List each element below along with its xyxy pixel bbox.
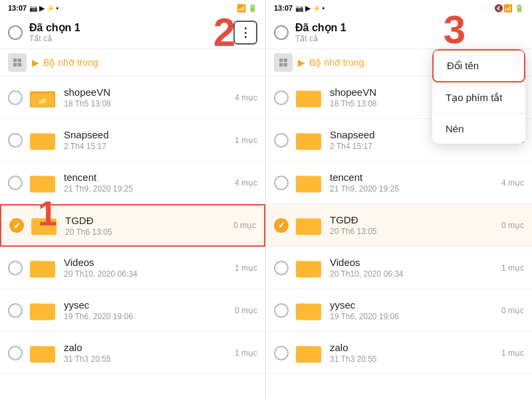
- breadcrumb-arrow-right: ▶: [298, 57, 305, 68]
- folder-name-snapseed-left: Snapseed: [64, 129, 229, 140]
- check-shopeevn-right[interactable]: [274, 90, 289, 105]
- folder-date-snapseed-left: 2 Th4 15:17: [64, 142, 229, 151]
- dropdown-menu: Đổi tên Tạo phím tắt Nén: [432, 49, 525, 144]
- folder-item-yysec-right[interactable]: yysec 19 Th6, 2020 19:06 0 mục: [266, 289, 532, 332]
- folder-date-tgdd-left: 20 Th6 13:05: [65, 227, 228, 237]
- status-icons-right: 📷 ▶ ⚡ •: [295, 5, 325, 12]
- check-videos-right[interactable]: [274, 261, 289, 275]
- battery-icon-left: 🔋: [248, 4, 257, 13]
- time-right: 13:07: [274, 4, 293, 12]
- breadcrumb-path-right: Bộ nhớ trong: [309, 57, 364, 68]
- folder-date-yysec-left: 19 Th6, 2020 19:06: [64, 312, 229, 321]
- folder-count-zalo-right: 1 mục: [501, 348, 524, 358]
- folder-icon-videos-right: [295, 255, 322, 281]
- battery-icon-right: 🔋: [515, 4, 524, 13]
- folder-item-zalo-left[interactable]: zalo 31 Th3 20:55 1 mục: [0, 332, 265, 374]
- folder-item-videos-left[interactable]: Videos 20 Th10, 2020 06:34 1 mục: [0, 247, 265, 289]
- toolbar-right: Đã chọn 1 Tất cả 3 Đổi tên Tạo phím tắt …: [266, 16, 532, 49]
- toolbar-left: Đã chọn 1 Tất cả 2 ⋮: [0, 16, 265, 49]
- folder-list-left: 📁 shopeeVN 18 Th5 13:08 4 mục Snapseed 2…: [0, 76, 265, 399]
- folder-name-yysec-left: yysec: [64, 299, 229, 311]
- toolbar-title-left: Đã chọn 1: [29, 21, 233, 34]
- folder-date-tencent-left: 21 Th9, 2020 19:25: [64, 184, 229, 194]
- dropdown-item-compress[interactable]: Nén: [432, 114, 525, 144]
- more-action-button-left[interactable]: ⋮: [233, 21, 257, 45]
- folder-date-tencent-right: 21 Th9, 2020 19:25: [330, 184, 496, 194]
- wifi-icon-right: 🔇📶: [494, 4, 513, 13]
- folder-icon-tgdd-right: [295, 212, 322, 239]
- check-shopeevn-left[interactable]: [8, 90, 23, 105]
- toolbar-title-block-right: Đã chọn 1 Tất cả: [295, 21, 524, 43]
- folder-info-tgdd-right: TGDĐ 20 Th6 13:05: [330, 214, 496, 236]
- folder-name-tencent-left: tencent: [64, 172, 229, 183]
- folder-icon-snapseed-left: [29, 127, 56, 154]
- svg-rect-0: [13, 59, 17, 62]
- panel-left: 13:07 📷 ▶ ⚡ • 📶 🔋 Đã chọn 1 Tất cả 2 ⋮ ▶…: [0, 0, 266, 399]
- check-yysec-right[interactable]: [274, 303, 289, 318]
- status-time-right: 13:07 📷 ▶ ⚡ •: [274, 4, 325, 12]
- svg-rect-3: [18, 63, 21, 66]
- check-tgdd-left[interactable]: [9, 218, 24, 233]
- check-zalo-right[interactable]: [274, 346, 289, 360]
- dropdown-item-rename[interactable]: Đổi tên: [432, 49, 525, 82]
- status-bar-left: 13:07 📷 ▶ ⚡ • 📶 🔋: [0, 0, 265, 16]
- folder-item-yysec-left[interactable]: yysec 19 Th6, 2020 19:06 0 mục: [0, 289, 265, 332]
- breadcrumb-arrow-left: ▶: [32, 57, 39, 68]
- check-tgdd-right[interactable]: [274, 218, 289, 233]
- folder-icon-shopeevn-right: [295, 84, 322, 111]
- folder-item-videos-right[interactable]: Videos 20 Th10, 2020 06:34 1 mục: [266, 247, 532, 289]
- svg-rect-29: [284, 63, 287, 66]
- folder-date-videos-left: 20 Th10, 2020 06:34: [64, 269, 229, 279]
- panel-right: 13:07 📷 ▶ ⚡ • 🔇📶 🔋 Đã chọn 1 Tất cả 3 Đổ…: [266, 0, 532, 399]
- folder-info-shopeevn-left: shopeeVN 18 Th5 13:08: [64, 86, 229, 108]
- svg-rect-26: [279, 59, 283, 62]
- folder-item-zalo-right[interactable]: zalo 31 Th3 20:55 1 mục: [266, 332, 532, 374]
- folder-icon-shopeevn-left: 📁: [29, 84, 56, 111]
- check-yysec-left[interactable]: [8, 303, 23, 318]
- folder-item-tencent-right[interactable]: tencent 21 Th9, 2020 19:25 4 mục: [266, 162, 532, 204]
- check-snapseed-left[interactable]: [8, 133, 23, 148]
- folder-item-snapseed-left[interactable]: Snapseed 2 Th4 15:17 1 mục: [0, 119, 265, 162]
- folder-name-tgdd-right: TGDĐ: [330, 214, 496, 225]
- svg-rect-28: [279, 63, 283, 66]
- folder-item-tgdd-left[interactable]: 1 TGDĐ 20 Th6 13:05 0 mục: [0, 204, 265, 247]
- toolbar-subtitle-left: Tất cả: [29, 34, 233, 43]
- folder-item-tgdd-right[interactable]: TGDĐ 20 Th6 13:05 0 mục: [266, 204, 532, 247]
- check-zalo-left[interactable]: [8, 346, 23, 360]
- status-right-right: 🔇📶 🔋: [494, 4, 524, 13]
- breadcrumb-path-left: Bộ nhớ trong: [43, 57, 98, 68]
- check-tencent-right[interactable]: [274, 176, 289, 190]
- select-all-circle-right[interactable]: [274, 25, 289, 40]
- folder-info-videos-right: Videos 20 Th10, 2020 06:34: [330, 257, 496, 279]
- folder-item-shopeevn-left[interactable]: 📁 shopeeVN 18 Th5 13:08 4 mục: [0, 76, 265, 119]
- svg-rect-41: [297, 221, 321, 235]
- check-snapseed-right[interactable]: [274, 133, 289, 148]
- svg-text:📁: 📁: [38, 95, 47, 104]
- breadcrumb-left: ▶ Bộ nhớ trong: [0, 49, 265, 76]
- check-videos-left[interactable]: [8, 261, 23, 275]
- folder-icon-tgdd-left: [31, 212, 57, 239]
- svg-rect-25: [31, 348, 55, 362]
- folder-item-tencent-left[interactable]: tencent 21 Th9, 2020 19:25 4 mục: [0, 162, 265, 204]
- select-all-circle-left[interactable]: [8, 25, 23, 40]
- folder-name-zalo-left: zalo: [64, 342, 229, 353]
- dropdown-item-shortcut[interactable]: Tạo phím tắt: [432, 82, 525, 114]
- svg-rect-1: [18, 59, 21, 62]
- status-icons-left: 📷 ▶ ⚡ •: [29, 5, 59, 12]
- toolbar-subtitle-right: Tất cả: [295, 34, 524, 43]
- check-tencent-left[interactable]: [8, 176, 23, 190]
- folder-count-shopeevn-left: 4 mục: [235, 93, 257, 102]
- status-right-left: 📶 🔋: [237, 4, 257, 13]
- folder-name-videos-left: Videos: [64, 257, 229, 268]
- home-icon-right: [274, 53, 293, 72]
- folder-icon-zalo-left: [29, 340, 56, 366]
- folder-date-shopeevn-left: 18 Th5 13:08: [64, 99, 229, 108]
- folder-name-tencent-right: tencent: [330, 172, 496, 183]
- svg-rect-22: [31, 306, 55, 320]
- folder-icon-yysec-left: [29, 297, 56, 324]
- folder-icon-tencent-left: [29, 170, 56, 196]
- svg-rect-47: [297, 306, 321, 320]
- svg-rect-13: [31, 178, 55, 192]
- folder-count-tgdd-left: 0 mục: [233, 221, 256, 230]
- folder-icon-yysec-right: [295, 297, 322, 324]
